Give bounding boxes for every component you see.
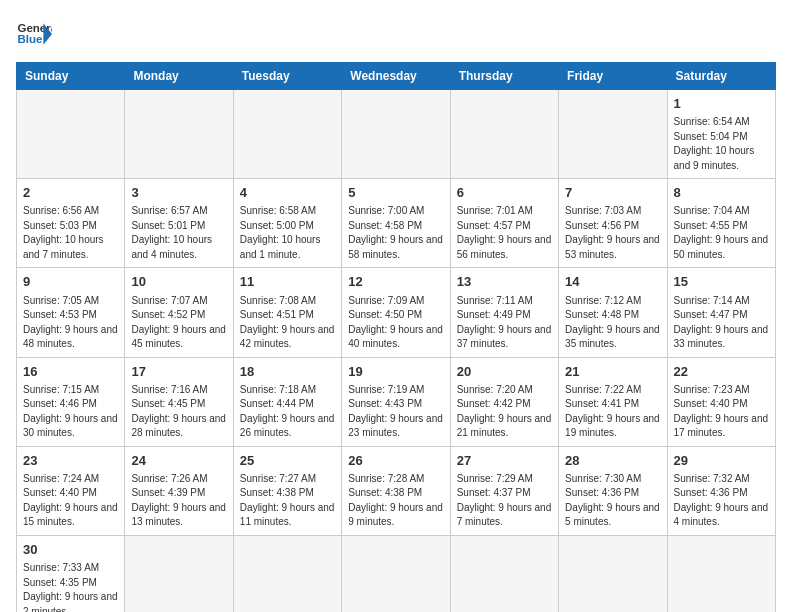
day-info: Sunrise: 7:33 AM Sunset: 4:35 PM Dayligh… (23, 561, 118, 612)
svg-text:Blue: Blue (17, 33, 43, 45)
calendar-week-row: 9Sunrise: 7:05 AM Sunset: 4:53 PM Daylig… (17, 268, 776, 357)
calendar-day-cell (667, 535, 775, 612)
day-number: 25 (240, 452, 335, 470)
calendar-week-row: 23Sunrise: 7:24 AM Sunset: 4:40 PM Dayli… (17, 446, 776, 535)
calendar-day-cell: 7Sunrise: 7:03 AM Sunset: 4:56 PM Daylig… (559, 179, 667, 268)
day-number: 9 (23, 273, 118, 291)
day-number: 2 (23, 184, 118, 202)
weekday-header-cell: Sunday (17, 63, 125, 90)
day-info: Sunrise: 7:29 AM Sunset: 4:37 PM Dayligh… (457, 472, 552, 530)
calendar-day-cell: 14Sunrise: 7:12 AM Sunset: 4:48 PM Dayli… (559, 268, 667, 357)
day-number: 19 (348, 363, 443, 381)
day-info: Sunrise: 7:23 AM Sunset: 4:40 PM Dayligh… (674, 383, 769, 441)
day-info: Sunrise: 7:05 AM Sunset: 4:53 PM Dayligh… (23, 294, 118, 352)
day-info: Sunrise: 7:04 AM Sunset: 4:55 PM Dayligh… (674, 204, 769, 262)
weekday-header-cell: Friday (559, 63, 667, 90)
day-number: 20 (457, 363, 552, 381)
calendar-body: 1Sunrise: 6:54 AM Sunset: 5:04 PM Daylig… (17, 90, 776, 613)
day-number: 8 (674, 184, 769, 202)
day-info: Sunrise: 7:28 AM Sunset: 4:38 PM Dayligh… (348, 472, 443, 530)
day-info: Sunrise: 7:03 AM Sunset: 4:56 PM Dayligh… (565, 204, 660, 262)
calendar-day-cell (342, 535, 450, 612)
weekday-header-row: SundayMondayTuesdayWednesdayThursdayFrid… (17, 63, 776, 90)
day-info: Sunrise: 7:01 AM Sunset: 4:57 PM Dayligh… (457, 204, 552, 262)
day-info: Sunrise: 7:24 AM Sunset: 4:40 PM Dayligh… (23, 472, 118, 530)
calendar-week-row: 1Sunrise: 6:54 AM Sunset: 5:04 PM Daylig… (17, 90, 776, 179)
calendar-day-cell (450, 90, 558, 179)
calendar-day-cell (559, 535, 667, 612)
day-info: Sunrise: 7:11 AM Sunset: 4:49 PM Dayligh… (457, 294, 552, 352)
calendar-day-cell: 11Sunrise: 7:08 AM Sunset: 4:51 PM Dayli… (233, 268, 341, 357)
calendar-day-cell: 3Sunrise: 6:57 AM Sunset: 5:01 PM Daylig… (125, 179, 233, 268)
day-number: 17 (131, 363, 226, 381)
day-number: 24 (131, 452, 226, 470)
day-info: Sunrise: 7:26 AM Sunset: 4:39 PM Dayligh… (131, 472, 226, 530)
calendar-day-cell: 12Sunrise: 7:09 AM Sunset: 4:50 PM Dayli… (342, 268, 450, 357)
day-info: Sunrise: 7:15 AM Sunset: 4:46 PM Dayligh… (23, 383, 118, 441)
calendar-day-cell: 18Sunrise: 7:18 AM Sunset: 4:44 PM Dayli… (233, 357, 341, 446)
day-number: 5 (348, 184, 443, 202)
day-info: Sunrise: 7:12 AM Sunset: 4:48 PM Dayligh… (565, 294, 660, 352)
calendar-day-cell: 9Sunrise: 7:05 AM Sunset: 4:53 PM Daylig… (17, 268, 125, 357)
calendar-day-cell: 13Sunrise: 7:11 AM Sunset: 4:49 PM Dayli… (450, 268, 558, 357)
calendar-day-cell: 20Sunrise: 7:20 AM Sunset: 4:42 PM Dayli… (450, 357, 558, 446)
calendar-day-cell: 10Sunrise: 7:07 AM Sunset: 4:52 PM Dayli… (125, 268, 233, 357)
day-number: 1 (674, 95, 769, 113)
logo: General Blue (16, 16, 52, 52)
day-info: Sunrise: 7:07 AM Sunset: 4:52 PM Dayligh… (131, 294, 226, 352)
day-number: 7 (565, 184, 660, 202)
day-info: Sunrise: 7:30 AM Sunset: 4:36 PM Dayligh… (565, 472, 660, 530)
day-info: Sunrise: 7:14 AM Sunset: 4:47 PM Dayligh… (674, 294, 769, 352)
day-info: Sunrise: 7:32 AM Sunset: 4:36 PM Dayligh… (674, 472, 769, 530)
day-number: 16 (23, 363, 118, 381)
day-number: 4 (240, 184, 335, 202)
calendar-table: SundayMondayTuesdayWednesdayThursdayFrid… (16, 62, 776, 612)
weekday-header-cell: Wednesday (342, 63, 450, 90)
weekday-header-cell: Saturday (667, 63, 775, 90)
calendar-day-cell: 17Sunrise: 7:16 AM Sunset: 4:45 PM Dayli… (125, 357, 233, 446)
day-info: Sunrise: 7:20 AM Sunset: 4:42 PM Dayligh… (457, 383, 552, 441)
day-info: Sunrise: 7:18 AM Sunset: 4:44 PM Dayligh… (240, 383, 335, 441)
calendar-day-cell: 29Sunrise: 7:32 AM Sunset: 4:36 PM Dayli… (667, 446, 775, 535)
calendar-week-row: 30Sunrise: 7:33 AM Sunset: 4:35 PM Dayli… (17, 535, 776, 612)
day-number: 18 (240, 363, 335, 381)
calendar-day-cell: 19Sunrise: 7:19 AM Sunset: 4:43 PM Dayli… (342, 357, 450, 446)
day-number: 21 (565, 363, 660, 381)
day-number: 23 (23, 452, 118, 470)
calendar-day-cell: 25Sunrise: 7:27 AM Sunset: 4:38 PM Dayli… (233, 446, 341, 535)
day-info: Sunrise: 7:22 AM Sunset: 4:41 PM Dayligh… (565, 383, 660, 441)
calendar-day-cell (450, 535, 558, 612)
day-info: Sunrise: 7:16 AM Sunset: 4:45 PM Dayligh… (131, 383, 226, 441)
day-info: Sunrise: 7:19 AM Sunset: 4:43 PM Dayligh… (348, 383, 443, 441)
day-info: Sunrise: 7:27 AM Sunset: 4:38 PM Dayligh… (240, 472, 335, 530)
calendar-day-cell: 8Sunrise: 7:04 AM Sunset: 4:55 PM Daylig… (667, 179, 775, 268)
calendar-day-cell (125, 90, 233, 179)
weekday-header-cell: Thursday (450, 63, 558, 90)
calendar-day-cell (559, 90, 667, 179)
calendar-day-cell (233, 535, 341, 612)
day-info: Sunrise: 7:09 AM Sunset: 4:50 PM Dayligh… (348, 294, 443, 352)
day-info: Sunrise: 6:54 AM Sunset: 5:04 PM Dayligh… (674, 115, 769, 173)
day-number: 12 (348, 273, 443, 291)
day-number: 28 (565, 452, 660, 470)
calendar-day-cell: 16Sunrise: 7:15 AM Sunset: 4:46 PM Dayli… (17, 357, 125, 446)
calendar-day-cell: 24Sunrise: 7:26 AM Sunset: 4:39 PM Dayli… (125, 446, 233, 535)
calendar-day-cell: 23Sunrise: 7:24 AM Sunset: 4:40 PM Dayli… (17, 446, 125, 535)
day-info: Sunrise: 7:00 AM Sunset: 4:58 PM Dayligh… (348, 204, 443, 262)
calendar-day-cell: 6Sunrise: 7:01 AM Sunset: 4:57 PM Daylig… (450, 179, 558, 268)
calendar-day-cell (342, 90, 450, 179)
calendar-week-row: 16Sunrise: 7:15 AM Sunset: 4:46 PM Dayli… (17, 357, 776, 446)
day-number: 30 (23, 541, 118, 559)
day-info: Sunrise: 6:56 AM Sunset: 5:03 PM Dayligh… (23, 204, 118, 262)
day-info: Sunrise: 7:08 AM Sunset: 4:51 PM Dayligh… (240, 294, 335, 352)
day-number: 15 (674, 273, 769, 291)
day-number: 10 (131, 273, 226, 291)
day-number: 14 (565, 273, 660, 291)
day-number: 11 (240, 273, 335, 291)
day-number: 3 (131, 184, 226, 202)
weekday-header-cell: Monday (125, 63, 233, 90)
calendar-week-row: 2Sunrise: 6:56 AM Sunset: 5:03 PM Daylig… (17, 179, 776, 268)
calendar-day-cell: 30Sunrise: 7:33 AM Sunset: 4:35 PM Dayli… (17, 535, 125, 612)
calendar-day-cell: 2Sunrise: 6:56 AM Sunset: 5:03 PM Daylig… (17, 179, 125, 268)
page-header: General Blue (16, 16, 776, 52)
